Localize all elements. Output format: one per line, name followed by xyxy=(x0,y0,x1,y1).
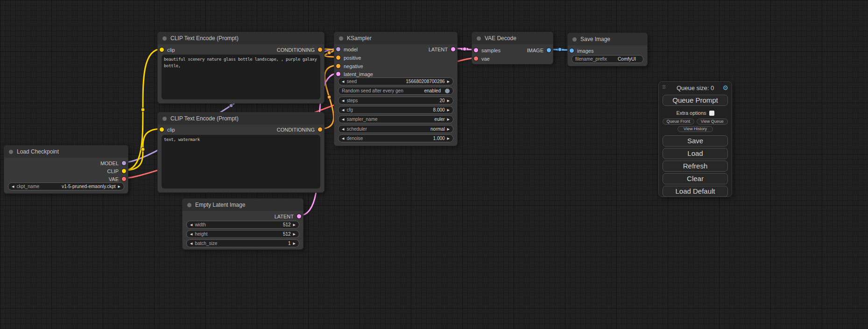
prompt-textarea[interactable]: text, watermark xyxy=(162,135,320,189)
input-slot-images[interactable]: images xyxy=(570,47,593,54)
view-queue-button[interactable]: View Queue xyxy=(697,119,728,125)
input-slot-vae[interactable]: vae xyxy=(474,55,490,62)
toggle-knob-icon[interactable] xyxy=(445,89,450,93)
decrement-arrow-icon[interactable]: ◀ xyxy=(342,99,344,102)
decrement-arrow-icon[interactable]: ◀ xyxy=(342,80,344,83)
increment-arrow-icon[interactable]: ▶ xyxy=(447,99,450,102)
load-button[interactable]: Load xyxy=(663,148,728,159)
drag-handle-icon[interactable]: ⠿ xyxy=(662,84,666,91)
node-clip-text-encode-negative[interactable]: CLIP Text Encode (Prompt) clip CONDITION… xyxy=(157,112,325,193)
output-slot-conditioning[interactable]: CONDITIONING xyxy=(277,46,322,53)
refresh-button[interactable]: Refresh xyxy=(663,161,728,172)
decrement-arrow-icon[interactable]: ◀ xyxy=(190,232,192,236)
increment-arrow-icon[interactable]: ▶ xyxy=(447,80,450,83)
output-slot-model[interactable]: MODEL xyxy=(100,160,126,167)
collapse-dot-icon[interactable] xyxy=(162,117,167,121)
collapse-dot-icon[interactable] xyxy=(339,36,343,41)
extra-options-checkbox[interactable] xyxy=(709,111,714,116)
node-vae-decode[interactable]: VAE Decode samples vae IMAGE xyxy=(472,32,553,64)
increment-arrow-icon[interactable]: ▶ xyxy=(447,137,450,140)
slot-dot-icon xyxy=(297,214,301,218)
node-load-checkpoint[interactable]: Load Checkpoint MODEL CLIP VAE ◀ ckpt_na… xyxy=(4,145,128,194)
widget-scheduler[interactable]: ◀ scheduler normal ▶ xyxy=(338,125,453,133)
node-save-image[interactable]: Save Image images filename_prefix ComfyU… xyxy=(567,33,648,66)
input-slot-positive[interactable]: positive xyxy=(336,54,361,61)
decrement-arrow-icon[interactable]: ◀ xyxy=(12,185,14,188)
output-slot-image[interactable]: IMAGE xyxy=(527,47,551,54)
queue-front-button[interactable]: Queue Front xyxy=(663,119,694,125)
queue-prompt-button[interactable]: Queue Prompt xyxy=(663,95,728,106)
node-ksampler[interactable]: KSampler model positive negative latent_… xyxy=(334,32,458,146)
output-slot-latent[interactable]: LATENT xyxy=(275,213,301,220)
widget-random-seed-toggle[interactable]: Random seed after every gen enabled xyxy=(338,87,453,95)
output-slot-clip[interactable]: CLIP xyxy=(107,168,126,175)
widget-width[interactable]: ◀ width 512 ▶ xyxy=(186,221,299,229)
queue-panel[interactable]: ⠿ Queue size: 0 ⚙ Queue Prompt Extra opt… xyxy=(658,81,732,197)
queue-panel-header[interactable]: ⠿ Queue size: 0 ⚙ xyxy=(659,83,732,93)
increment-arrow-icon[interactable]: ▶ xyxy=(293,223,296,226)
decrement-arrow-icon[interactable]: ◀ xyxy=(342,108,344,112)
node-title-bar[interactable]: KSampler xyxy=(334,32,457,44)
clear-button[interactable]: Clear xyxy=(663,173,728,184)
node-title-bar[interactable]: Save Image xyxy=(568,33,647,45)
settings-gear-icon[interactable]: ⚙ xyxy=(722,84,728,91)
collapse-dot-icon[interactable] xyxy=(162,36,167,41)
wire-midpoint-dot xyxy=(327,51,331,55)
increment-arrow-icon[interactable]: ▶ xyxy=(293,242,296,245)
decrement-arrow-icon[interactable]: ◀ xyxy=(342,127,344,131)
collapse-dot-icon[interactable] xyxy=(187,203,191,207)
output-slot-conditioning[interactable]: CONDITIONING xyxy=(277,126,322,133)
extra-options-label: Extra options xyxy=(676,110,706,116)
slot-dot-icon xyxy=(547,48,551,52)
input-slot-samples[interactable]: samples xyxy=(474,47,501,54)
slot-label: VAE xyxy=(109,176,119,182)
widget-cfg[interactable]: ◀ cfg 8.000 ▶ xyxy=(338,106,453,114)
widget-filename-prefix[interactable]: filename_prefix ComfyUI xyxy=(572,55,643,63)
widget-label: sampler_name xyxy=(346,117,377,122)
widget-sampler-name[interactable]: ◀ sampler_name euler ▶ xyxy=(338,115,453,123)
decrement-arrow-icon[interactable]: ◀ xyxy=(342,137,344,140)
widget-denoise[interactable]: ◀ denoise 1.000 ▶ xyxy=(338,134,453,142)
widget-steps[interactable]: ◀ steps 20 ▶ xyxy=(338,97,453,105)
widget-ckpt-name[interactable]: ◀ ckpt_name v1-5-pruned-emaonly.ckpt ▶ xyxy=(8,182,124,190)
node-title-bar[interactable]: Empty Latent Image xyxy=(183,199,303,211)
increment-arrow-icon[interactable]: ▶ xyxy=(118,185,120,188)
prompt-textarea[interactable]: beautiful scenery nature glass bottle la… xyxy=(162,55,320,99)
view-history-button[interactable]: View History xyxy=(677,126,713,132)
increment-arrow-icon[interactable]: ▶ xyxy=(447,108,450,112)
node-title-bar[interactable]: Load Checkpoint xyxy=(4,146,128,158)
slot-dot-icon xyxy=(570,49,574,53)
collapse-dot-icon[interactable] xyxy=(477,36,481,41)
decrement-arrow-icon[interactable]: ◀ xyxy=(190,223,192,226)
node-graph-canvas[interactable]: Load Checkpoint MODEL CLIP VAE ◀ ckpt_na… xyxy=(0,0,868,329)
slot-dot-icon xyxy=(451,47,455,51)
decrement-arrow-icon[interactable]: ◀ xyxy=(342,118,344,121)
save-button[interactable]: Save xyxy=(663,135,728,147)
input-slot-clip[interactable]: clip xyxy=(160,46,175,53)
input-slot-latent-image[interactable]: latent_image xyxy=(336,70,373,77)
widget-height[interactable]: ◀ height 512 ▶ xyxy=(186,230,299,238)
input-slot-clip[interactable]: clip xyxy=(160,126,175,133)
node-title-bar[interactable]: VAE Decode xyxy=(472,32,553,44)
input-slot-negative[interactable]: negative xyxy=(336,63,363,70)
wire-midpoint-dot xyxy=(141,108,145,112)
widget-batch-size[interactable]: ◀ batch_size 1 ▶ xyxy=(186,239,299,247)
increment-arrow-icon[interactable]: ▶ xyxy=(447,118,450,121)
output-slot-vae[interactable]: VAE xyxy=(109,175,126,182)
widget-value: normal xyxy=(430,126,445,132)
collapse-dot-icon[interactable] xyxy=(9,150,13,154)
widget-seed[interactable]: ◀ seed 156680208700286 ▶ xyxy=(338,77,453,85)
slot-label: images xyxy=(577,48,593,54)
node-empty-latent-image[interactable]: Empty Latent Image LATENT ◀ width 512 ▶ … xyxy=(182,198,303,250)
node-title-bar[interactable]: CLIP Text Encode (Prompt) xyxy=(158,32,324,44)
collapse-dot-icon[interactable] xyxy=(572,37,577,42)
increment-arrow-icon[interactable]: ▶ xyxy=(447,127,450,131)
node-clip-text-encode-positive[interactable]: CLIP Text Encode (Prompt) clip CONDITION… xyxy=(157,32,325,104)
output-slot-latent[interactable]: LATENT xyxy=(429,46,455,53)
decrement-arrow-icon[interactable]: ◀ xyxy=(190,242,192,245)
increment-arrow-icon[interactable]: ▶ xyxy=(293,232,296,236)
load-default-button[interactable]: Load Default xyxy=(663,186,728,197)
input-slot-model[interactable]: model xyxy=(336,46,358,53)
slot-dot-icon xyxy=(474,56,478,61)
node-title-bar[interactable]: CLIP Text Encode (Prompt) xyxy=(158,112,324,125)
